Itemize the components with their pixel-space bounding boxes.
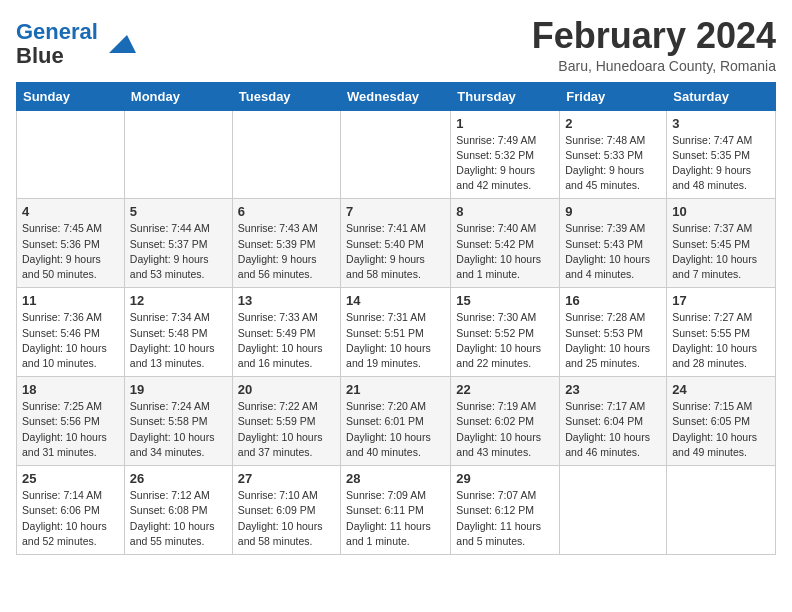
day-info: Sunrise: 7:36 AM Sunset: 5:46 PM Dayligh… — [22, 310, 119, 371]
day-cell — [341, 110, 451, 199]
week-row-1: 1Sunrise: 7:49 AM Sunset: 5:32 PM Daylig… — [17, 110, 776, 199]
day-number: 18 — [22, 382, 119, 397]
day-info: Sunrise: 7:37 AM Sunset: 5:45 PM Dayligh… — [672, 221, 770, 282]
week-row-3: 11Sunrise: 7:36 AM Sunset: 5:46 PM Dayli… — [17, 288, 776, 377]
day-number: 12 — [130, 293, 227, 308]
day-cell: 7Sunrise: 7:41 AM Sunset: 5:40 PM Daylig… — [341, 199, 451, 288]
day-number: 3 — [672, 116, 770, 131]
title-block: February 2024 Baru, Hunedoara County, Ro… — [532, 16, 776, 74]
day-info: Sunrise: 7:39 AM Sunset: 5:43 PM Dayligh… — [565, 221, 661, 282]
day-info: Sunrise: 7:27 AM Sunset: 5:55 PM Dayligh… — [672, 310, 770, 371]
day-number: 8 — [456, 204, 554, 219]
day-cell: 17Sunrise: 7:27 AM Sunset: 5:55 PM Dayli… — [667, 288, 776, 377]
calendar-table: SundayMondayTuesdayWednesdayThursdayFrid… — [16, 82, 776, 555]
day-cell: 3Sunrise: 7:47 AM Sunset: 5:35 PM Daylig… — [667, 110, 776, 199]
day-header-tuesday: Tuesday — [232, 82, 340, 110]
day-cell: 14Sunrise: 7:31 AM Sunset: 5:51 PM Dayli… — [341, 288, 451, 377]
day-cell: 19Sunrise: 7:24 AM Sunset: 5:58 PM Dayli… — [124, 377, 232, 466]
day-info: Sunrise: 7:14 AM Sunset: 6:06 PM Dayligh… — [22, 488, 119, 549]
day-cell: 25Sunrise: 7:14 AM Sunset: 6:06 PM Dayli… — [17, 466, 125, 555]
day-number: 10 — [672, 204, 770, 219]
day-cell: 16Sunrise: 7:28 AM Sunset: 5:53 PM Dayli… — [560, 288, 667, 377]
day-number: 25 — [22, 471, 119, 486]
day-info: Sunrise: 7:09 AM Sunset: 6:11 PM Dayligh… — [346, 488, 445, 549]
day-info: Sunrise: 7:12 AM Sunset: 6:08 PM Dayligh… — [130, 488, 227, 549]
day-cell: 2Sunrise: 7:48 AM Sunset: 5:33 PM Daylig… — [560, 110, 667, 199]
day-info: Sunrise: 7:24 AM Sunset: 5:58 PM Dayligh… — [130, 399, 227, 460]
day-info: Sunrise: 7:25 AM Sunset: 5:56 PM Dayligh… — [22, 399, 119, 460]
day-number: 27 — [238, 471, 335, 486]
day-number: 24 — [672, 382, 770, 397]
day-number: 22 — [456, 382, 554, 397]
day-cell: 9Sunrise: 7:39 AM Sunset: 5:43 PM Daylig… — [560, 199, 667, 288]
day-cell: 8Sunrise: 7:40 AM Sunset: 5:42 PM Daylig… — [451, 199, 560, 288]
day-number: 26 — [130, 471, 227, 486]
day-cell: 4Sunrise: 7:45 AM Sunset: 5:36 PM Daylig… — [17, 199, 125, 288]
day-header-friday: Friday — [560, 82, 667, 110]
day-cell: 29Sunrise: 7:07 AM Sunset: 6:12 PM Dayli… — [451, 466, 560, 555]
day-cell: 6Sunrise: 7:43 AM Sunset: 5:39 PM Daylig… — [232, 199, 340, 288]
day-number: 28 — [346, 471, 445, 486]
month-title: February 2024 — [532, 16, 776, 56]
day-number: 7 — [346, 204, 445, 219]
week-row-2: 4Sunrise: 7:45 AM Sunset: 5:36 PM Daylig… — [17, 199, 776, 288]
day-header-thursday: Thursday — [451, 82, 560, 110]
day-header-saturday: Saturday — [667, 82, 776, 110]
day-info: Sunrise: 7:31 AM Sunset: 5:51 PM Dayligh… — [346, 310, 445, 371]
day-cell: 13Sunrise: 7:33 AM Sunset: 5:49 PM Dayli… — [232, 288, 340, 377]
day-cell: 15Sunrise: 7:30 AM Sunset: 5:52 PM Dayli… — [451, 288, 560, 377]
day-header-wednesday: Wednesday — [341, 82, 451, 110]
day-cell: 11Sunrise: 7:36 AM Sunset: 5:46 PM Dayli… — [17, 288, 125, 377]
calendar-body: 1Sunrise: 7:49 AM Sunset: 5:32 PM Daylig… — [17, 110, 776, 554]
calendar-header-row: SundayMondayTuesdayWednesdayThursdayFrid… — [17, 82, 776, 110]
day-info: Sunrise: 7:41 AM Sunset: 5:40 PM Dayligh… — [346, 221, 445, 282]
day-info: Sunrise: 7:17 AM Sunset: 6:04 PM Dayligh… — [565, 399, 661, 460]
day-cell — [667, 466, 776, 555]
day-cell: 22Sunrise: 7:19 AM Sunset: 6:02 PM Dayli… — [451, 377, 560, 466]
day-info: Sunrise: 7:22 AM Sunset: 5:59 PM Dayligh… — [238, 399, 335, 460]
day-cell — [560, 466, 667, 555]
svg-marker-0 — [109, 35, 136, 53]
day-number: 23 — [565, 382, 661, 397]
day-cell: 27Sunrise: 7:10 AM Sunset: 6:09 PM Dayli… — [232, 466, 340, 555]
logo-icon — [100, 26, 136, 62]
day-number: 19 — [130, 382, 227, 397]
day-cell: 5Sunrise: 7:44 AM Sunset: 5:37 PM Daylig… — [124, 199, 232, 288]
day-number: 5 — [130, 204, 227, 219]
day-cell: 18Sunrise: 7:25 AM Sunset: 5:56 PM Dayli… — [17, 377, 125, 466]
day-info: Sunrise: 7:48 AM Sunset: 5:33 PM Dayligh… — [565, 133, 661, 194]
day-cell: 23Sunrise: 7:17 AM Sunset: 6:04 PM Dayli… — [560, 377, 667, 466]
page-header: GeneralBlue February 2024 Baru, Hunedoar… — [16, 16, 776, 74]
day-info: Sunrise: 7:34 AM Sunset: 5:48 PM Dayligh… — [130, 310, 227, 371]
day-number: 29 — [456, 471, 554, 486]
day-info: Sunrise: 7:30 AM Sunset: 5:52 PM Dayligh… — [456, 310, 554, 371]
day-info: Sunrise: 7:15 AM Sunset: 6:05 PM Dayligh… — [672, 399, 770, 460]
day-number: 20 — [238, 382, 335, 397]
day-cell: 1Sunrise: 7:49 AM Sunset: 5:32 PM Daylig… — [451, 110, 560, 199]
day-info: Sunrise: 7:33 AM Sunset: 5:49 PM Dayligh… — [238, 310, 335, 371]
day-info: Sunrise: 7:49 AM Sunset: 5:32 PM Dayligh… — [456, 133, 554, 194]
day-info: Sunrise: 7:07 AM Sunset: 6:12 PM Dayligh… — [456, 488, 554, 549]
day-number: 6 — [238, 204, 335, 219]
day-cell: 21Sunrise: 7:20 AM Sunset: 6:01 PM Dayli… — [341, 377, 451, 466]
day-info: Sunrise: 7:19 AM Sunset: 6:02 PM Dayligh… — [456, 399, 554, 460]
day-number: 16 — [565, 293, 661, 308]
day-number: 4 — [22, 204, 119, 219]
day-info: Sunrise: 7:43 AM Sunset: 5:39 PM Dayligh… — [238, 221, 335, 282]
day-number: 15 — [456, 293, 554, 308]
day-cell — [17, 110, 125, 199]
day-info: Sunrise: 7:44 AM Sunset: 5:37 PM Dayligh… — [130, 221, 227, 282]
day-number: 21 — [346, 382, 445, 397]
day-cell: 20Sunrise: 7:22 AM Sunset: 5:59 PM Dayli… — [232, 377, 340, 466]
day-number: 17 — [672, 293, 770, 308]
day-cell: 24Sunrise: 7:15 AM Sunset: 6:05 PM Dayli… — [667, 377, 776, 466]
day-number: 14 — [346, 293, 445, 308]
day-info: Sunrise: 7:28 AM Sunset: 5:53 PM Dayligh… — [565, 310, 661, 371]
day-number: 11 — [22, 293, 119, 308]
day-info: Sunrise: 7:45 AM Sunset: 5:36 PM Dayligh… — [22, 221, 119, 282]
logo-text: GeneralBlue — [16, 20, 98, 68]
day-cell: 12Sunrise: 7:34 AM Sunset: 5:48 PM Dayli… — [124, 288, 232, 377]
logo: GeneralBlue — [16, 20, 136, 68]
day-cell — [232, 110, 340, 199]
week-row-5: 25Sunrise: 7:14 AM Sunset: 6:06 PM Dayli… — [17, 466, 776, 555]
